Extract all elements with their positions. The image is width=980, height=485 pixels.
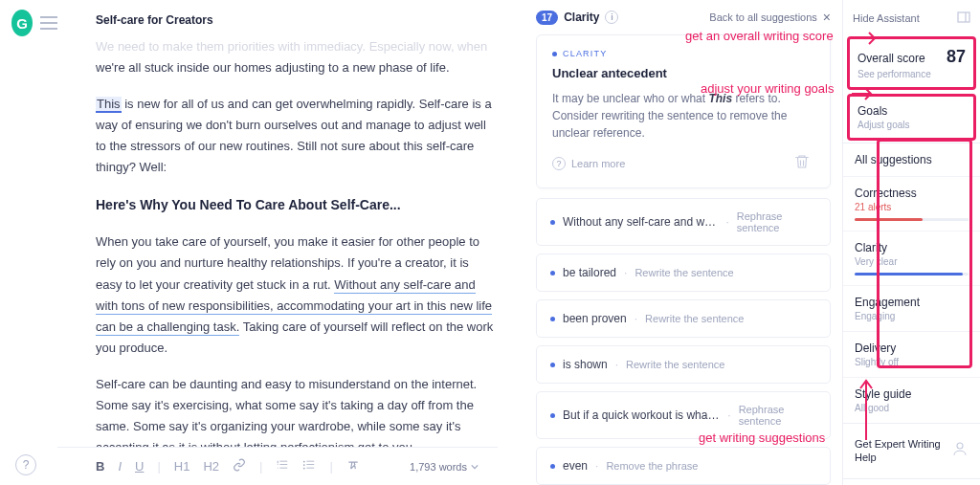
help-icon[interactable]: ?: [15, 454, 36, 475]
all-suggestions-link[interactable]: All suggestions: [843, 143, 980, 176]
suggestion-item[interactable]: be tailored·Rewrite the sentence: [536, 254, 831, 292]
menu-icon[interactable]: [40, 16, 57, 30]
suggestion-item[interactable]: is shown·Rewrite the sentence: [536, 345, 831, 384]
person-icon: [951, 440, 969, 461]
goals-box[interactable]: Goals Adjust goals: [847, 94, 976, 141]
suggestion-item[interactable]: been proven·Rewrite the sentence: [536, 299, 831, 338]
subheading: Here's Why You Need To Care About Self-C…: [96, 194, 498, 217]
h2-button[interactable]: H2: [203, 459, 219, 474]
document-body[interactable]: We need to make them priorities with imm…: [57, 36, 498, 447]
suggestion-count: 17: [536, 11, 558, 25]
trash-icon[interactable]: [793, 153, 814, 174]
faded-text: We need to make them priorities with imm…: [96, 39, 487, 54]
hide-assistant-link[interactable]: Hide Assistant: [853, 12, 920, 24]
bold-button[interactable]: B: [96, 459, 104, 474]
category-delivery[interactable]: DeliverySlightly off: [843, 331, 980, 377]
h1-button[interactable]: H1: [174, 459, 190, 474]
ordered-list-button[interactable]: [276, 458, 289, 474]
close-icon[interactable]: ×: [823, 10, 831, 25]
highlighted-word[interactable]: This: [96, 97, 122, 113]
suggestion-item[interactable]: But if a quick workout is what you …·Rep…: [536, 391, 831, 439]
svg-point-2: [303, 468, 305, 470]
card-description: It may be unclear who or what This refer…: [552, 90, 814, 142]
grammarly-logo[interactable]: G: [11, 10, 33, 36]
underline-button[interactable]: U: [135, 459, 144, 474]
svg-point-1: [303, 464, 305, 466]
back-link[interactable]: Back to all suggestions: [709, 11, 817, 23]
word-count[interactable]: 1,793 words: [410, 461, 479, 473]
svg-point-4: [957, 443, 963, 449]
suggestion-item[interactable]: even·Remove the phrase: [536, 447, 831, 485]
suggestion-item[interactable]: Without any self-care and with to…·Rephr…: [536, 198, 831, 246]
clear-format-button[interactable]: [346, 458, 360, 474]
document-title: Self-care for Creators: [57, 0, 498, 36]
category-clarity[interactable]: ClarityVery clear: [843, 231, 980, 285]
plagiarism-link[interactable]: Plagiarism ❞: [843, 478, 980, 485]
svg-rect-3: [958, 12, 969, 22]
category-engagement[interactable]: EngagementEngaging: [843, 285, 980, 331]
category-style-guide[interactable]: Style guideAll good: [843, 377, 980, 423]
suggestion-card-main[interactable]: CLARITY Unclear antecedent It may be unc…: [536, 34, 831, 188]
italic-button[interactable]: I: [118, 459, 122, 474]
unordered-list-button[interactable]: [302, 458, 316, 474]
category-badge: 17 Clarity i: [536, 11, 618, 25]
overall-score-value: 87: [947, 47, 966, 67]
collapse-icon[interactable]: [957, 11, 970, 25]
expert-help-link[interactable]: Get Expert Writing Help: [843, 423, 980, 478]
learn-more-link[interactable]: ? Learn more: [552, 157, 625, 170]
card-title: Unclear antecedent: [552, 66, 814, 80]
link-button[interactable]: [233, 458, 246, 474]
card-tag: CLARITY: [552, 49, 814, 58]
formatting-toolbar: B I U | H1 H2 | | 1,793 words: [57, 447, 498, 485]
category-correctness[interactable]: Correctness21 alerts: [843, 176, 980, 231]
info-icon[interactable]: i: [605, 11, 618, 24]
svg-point-0: [303, 461, 305, 463]
overall-score-box[interactable]: Overall score 87 See performance: [847, 36, 976, 90]
